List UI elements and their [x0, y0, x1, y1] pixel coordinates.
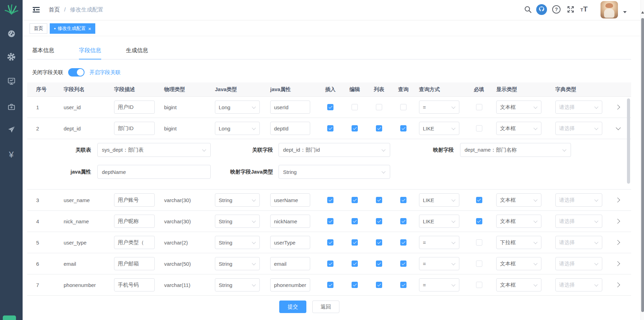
java-type-select[interactable]: String [215, 215, 260, 228]
required-checkbox[interactable] [476, 218, 482, 224]
required-checkbox[interactable] [476, 239, 482, 246]
search-button[interactable] [524, 5, 532, 15]
java-property-input[interactable] [270, 215, 310, 228]
fullscreen-button[interactable] [566, 5, 575, 15]
query-checkbox[interactable] [400, 104, 406, 110]
list-checkbox[interactable] [376, 125, 382, 131]
query-checkbox[interactable] [400, 125, 406, 131]
query-mode-select[interactable]: LIKE [419, 122, 459, 135]
sidebar-item-system[interactable] [0, 49, 23, 64]
java-property-input[interactable] [270, 236, 310, 249]
list-checkbox[interactable] [376, 197, 382, 203]
list-checkbox[interactable] [376, 239, 382, 246]
field-description-input[interactable] [114, 193, 155, 207]
insert-checkbox[interactable] [327, 218, 333, 224]
tab-basic-info[interactable]: 基本信息 [32, 47, 54, 59]
avatar-dropdown-caret-icon[interactable] [623, 11, 627, 13]
java-type-select[interactable]: String [215, 278, 260, 291]
row-expand-toggle[interactable] [615, 282, 620, 287]
tag-home[interactable]: 首页 [30, 23, 47, 34]
sidebar-item-monitor[interactable] [0, 73, 23, 89]
insert-checkbox[interactable] [327, 239, 333, 246]
query-checkbox[interactable] [400, 197, 406, 203]
close-icon[interactable]: × [88, 26, 91, 32]
field-description-input[interactable] [114, 257, 155, 270]
tag-current[interactable]: ● 修改生成配置 × [50, 23, 95, 34]
back-button[interactable]: 返回 [312, 301, 339, 313]
page-scrollbar[interactable] [641, 0, 644, 320]
query-checkbox[interactable] [400, 261, 406, 267]
query-checkbox[interactable] [400, 239, 406, 246]
row-expand-toggle[interactable] [615, 105, 620, 110]
insert-checkbox[interactable] [327, 125, 333, 131]
dict-type-select[interactable]: 请选择 [555, 193, 602, 207]
field-description-input[interactable] [114, 101, 155, 114]
dict-type-select[interactable]: 请选择 [555, 257, 602, 270]
insert-checkbox[interactable] [327, 282, 333, 288]
field-description-input[interactable] [114, 236, 155, 249]
collapse-sidebar-button[interactable] [32, 6, 40, 15]
query-checkbox[interactable] [400, 282, 406, 288]
relation-java-property-input[interactable] [97, 165, 211, 179]
query-mode-select[interactable]: LIKE [419, 215, 459, 228]
required-checkbox[interactable] [476, 261, 482, 267]
edit-checkbox[interactable] [352, 261, 358, 267]
relation-table-select[interactable]: sys_dept：部门表 [97, 143, 211, 157]
required-checkbox[interactable] [476, 104, 482, 110]
scrollbar-up-arrow-icon[interactable] [641, 11, 644, 14]
breadcrumb-home[interactable]: 首页 [49, 7, 60, 13]
query-mode-select[interactable]: LIKE [419, 193, 459, 207]
sidebar-item-pay[interactable]: ¥ [0, 147, 23, 162]
relation-field-select[interactable]: dept_id：部门id [279, 143, 390, 157]
edit-checkbox[interactable] [352, 125, 358, 131]
display-type-select[interactable]: 文本框 [496, 278, 541, 291]
help-button[interactable]: ? [552, 5, 561, 14]
list-checkbox[interactable] [376, 218, 382, 224]
tab-generate-info[interactable]: 生成信息 [126, 47, 148, 59]
insert-checkbox[interactable] [327, 104, 333, 110]
required-checkbox[interactable] [476, 197, 482, 203]
java-type-select[interactable]: Long [215, 122, 260, 135]
insert-checkbox[interactable] [327, 261, 333, 267]
field-association-switch[interactable] [68, 68, 84, 77]
query-mode-select[interactable]: = [419, 257, 459, 270]
row-expand-toggle[interactable] [615, 261, 620, 266]
row-expand-toggle[interactable] [615, 198, 620, 202]
table-scrollbar-thumb[interactable] [627, 98, 630, 184]
java-type-select[interactable]: String [215, 236, 260, 249]
tab-field-info[interactable]: 字段信息 [79, 47, 101, 59]
java-type-select[interactable]: String [215, 193, 260, 207]
display-type-select[interactable]: 文本框 [496, 215, 541, 228]
submit-button[interactable]: 提交 [279, 301, 306, 313]
query-mode-select[interactable]: = [419, 236, 459, 249]
dict-type-select[interactable]: 请选择 [555, 236, 602, 249]
edit-checkbox[interactable] [352, 104, 358, 110]
dict-type-select[interactable]: 请选择 [555, 101, 602, 114]
sidebar-item-dashboard[interactable] [0, 26, 23, 41]
display-type-select[interactable]: 文本框 [496, 193, 541, 207]
query-mode-select[interactable]: = [419, 101, 459, 114]
query-mode-select[interactable]: = [419, 278, 459, 291]
row-expand-toggle[interactable] [615, 219, 620, 224]
java-property-input[interactable] [270, 257, 310, 270]
edit-checkbox[interactable] [352, 197, 358, 203]
mapping-java-type-select[interactable]: String [279, 165, 390, 179]
display-type-select[interactable]: 文本框 [496, 257, 541, 270]
mapping-field-select[interactable]: dept_name：部门名称 [460, 143, 571, 157]
page-scrollbar-thumb[interactable] [641, 18, 644, 312]
edit-checkbox[interactable] [352, 282, 358, 288]
list-checkbox[interactable] [376, 282, 382, 288]
sidebar-item-guide[interactable] [0, 122, 23, 137]
java-type-select[interactable]: String [215, 257, 260, 270]
required-checkbox[interactable] [476, 282, 482, 288]
list-checkbox[interactable] [376, 104, 382, 110]
app-logo[interactable] [4, 3, 19, 17]
java-property-input[interactable] [270, 278, 310, 291]
java-property-input[interactable] [270, 122, 310, 135]
list-checkbox[interactable] [376, 261, 382, 267]
dict-type-select[interactable]: 请选择 [555, 215, 602, 228]
edit-checkbox[interactable] [352, 218, 358, 224]
row-expand-toggle[interactable] [615, 125, 620, 130]
field-description-input[interactable] [114, 122, 155, 135]
java-type-select[interactable]: Long [215, 101, 260, 114]
